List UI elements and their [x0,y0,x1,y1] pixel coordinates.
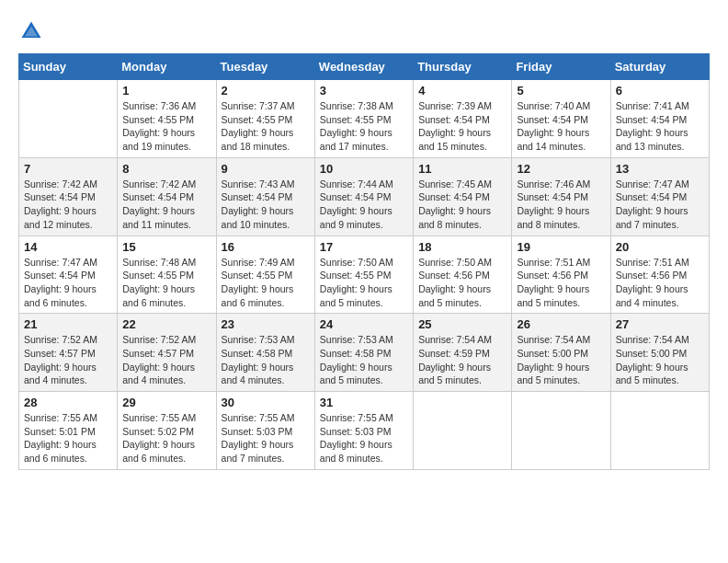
day-number: 17 [320,240,408,254]
day-info: Sunrise: 7:55 AM Sunset: 5:02 PM Dayligh… [122,411,210,465]
day-number: 16 [222,240,310,254]
day-info: Sunrise: 7:52 AM Sunset: 4:57 PM Dayligh… [122,333,210,387]
calendar-cell: 18Sunrise: 7:50 AM Sunset: 4:56 PM Dayli… [414,236,512,314]
day-number: 11 [418,162,506,176]
calendar-cell: 19Sunrise: 7:51 AM Sunset: 4:56 PM Dayli… [512,236,610,314]
day-info: Sunrise: 7:38 AM Sunset: 4:55 PM Dayligh… [320,99,408,154]
calendar-cell: 22Sunrise: 7:52 AM Sunset: 4:57 PM Dayli… [118,314,216,392]
calendar-cell: 30Sunrise: 7:55 AM Sunset: 5:03 PM Dayli… [216,392,314,470]
day-number: 25 [418,317,506,331]
day-number: 2 [222,84,310,98]
day-info: Sunrise: 7:40 AM Sunset: 4:54 PM Dayligh… [517,99,605,154]
day-number: 6 [616,84,704,98]
day-info: Sunrise: 7:50 AM Sunset: 4:55 PM Dayligh… [320,256,408,310]
day-of-week-header: Wednesday [314,54,413,80]
calendar-table: SundayMondayTuesdayWednesdayThursdayFrid… [18,53,710,470]
day-number: 15 [122,240,210,254]
day-of-week-header: Saturday [610,54,709,80]
calendar-cell: 24Sunrise: 7:53 AM Sunset: 4:58 PM Dayli… [314,314,413,392]
day-of-week-header: Friday [512,54,610,80]
day-of-week-header: Tuesday [216,54,314,80]
day-number: 21 [24,317,112,331]
day-info: Sunrise: 7:49 AM Sunset: 4:55 PM Dayligh… [222,256,310,310]
calendar-cell [414,392,512,470]
day-info: Sunrise: 7:54 AM Sunset: 4:59 PM Dayligh… [418,333,506,387]
calendar-cell: 27Sunrise: 7:54 AM Sunset: 5:00 PM Dayli… [610,314,709,392]
day-info: Sunrise: 7:55 AM Sunset: 5:03 PM Dayligh… [222,411,310,465]
day-info: Sunrise: 7:52 AM Sunset: 4:57 PM Dayligh… [24,333,112,387]
calendar-cell: 29Sunrise: 7:55 AM Sunset: 5:02 PM Dayli… [118,392,216,470]
day-info: Sunrise: 7:45 AM Sunset: 4:54 PM Dayligh… [418,178,506,232]
calendar-cell: 26Sunrise: 7:54 AM Sunset: 5:00 PM Dayli… [512,314,610,392]
day-info: Sunrise: 7:48 AM Sunset: 4:55 PM Dayligh… [122,256,210,310]
day-info: Sunrise: 7:51 AM Sunset: 4:56 PM Dayligh… [517,256,605,310]
day-info: Sunrise: 7:41 AM Sunset: 4:54 PM Dayligh… [616,99,704,154]
day-number: 12 [517,162,605,176]
page-header [18,18,710,44]
day-of-week-header: Sunday [19,54,118,80]
day-info: Sunrise: 7:37 AM Sunset: 4:55 PM Dayligh… [222,99,310,154]
calendar-cell: 8Sunrise: 7:42 AM Sunset: 4:54 PM Daylig… [118,157,216,236]
calendar-cell [19,80,118,158]
calendar-cell: 10Sunrise: 7:44 AM Sunset: 4:54 PM Dayli… [314,157,413,236]
calendar-cell: 5Sunrise: 7:40 AM Sunset: 4:54 PM Daylig… [512,80,610,158]
calendar-week-row: 14Sunrise: 7:47 AM Sunset: 4:54 PM Dayli… [19,236,710,314]
day-info: Sunrise: 7:39 AM Sunset: 4:54 PM Dayligh… [418,99,506,154]
day-number: 26 [517,317,605,331]
day-number: 3 [320,84,408,98]
day-info: Sunrise: 7:55 AM Sunset: 5:03 PM Dayligh… [320,411,408,465]
calendar-cell: 16Sunrise: 7:49 AM Sunset: 4:55 PM Dayli… [216,236,314,314]
day-number: 4 [418,84,506,98]
day-info: Sunrise: 7:42 AM Sunset: 4:54 PM Dayligh… [122,178,210,232]
day-number: 20 [616,240,704,254]
calendar-cell: 11Sunrise: 7:45 AM Sunset: 4:54 PM Dayli… [414,157,512,236]
calendar-week-row: 1Sunrise: 7:36 AM Sunset: 4:55 PM Daylig… [19,80,710,158]
calendar-cell: 6Sunrise: 7:41 AM Sunset: 4:54 PM Daylig… [610,80,709,158]
calendar-cell: 9Sunrise: 7:43 AM Sunset: 4:54 PM Daylig… [216,157,314,236]
day-number: 10 [320,162,408,176]
day-info: Sunrise: 7:50 AM Sunset: 4:56 PM Dayligh… [418,256,506,310]
calendar-week-row: 21Sunrise: 7:52 AM Sunset: 4:57 PM Dayli… [19,314,710,392]
calendar-week-row: 7Sunrise: 7:42 AM Sunset: 4:54 PM Daylig… [19,157,710,236]
day-info: Sunrise: 7:44 AM Sunset: 4:54 PM Dayligh… [320,178,408,232]
day-of-week-header: Thursday [414,54,512,80]
day-number: 29 [122,396,210,409]
calendar-cell [512,392,610,470]
day-number: 1 [122,84,210,98]
calendar-cell [610,392,709,470]
day-info: Sunrise: 7:47 AM Sunset: 4:54 PM Dayligh… [616,178,704,232]
calendar-header-row: SundayMondayTuesdayWednesdayThursdayFrid… [19,54,710,80]
day-info: Sunrise: 7:51 AM Sunset: 4:56 PM Dayligh… [616,256,704,310]
day-number: 31 [320,396,408,409]
day-number: 9 [222,162,310,176]
day-number: 13 [616,162,704,176]
calendar-cell: 3Sunrise: 7:38 AM Sunset: 4:55 PM Daylig… [314,80,413,158]
calendar-cell: 12Sunrise: 7:46 AM Sunset: 4:54 PM Dayli… [512,157,610,236]
calendar-week-row: 28Sunrise: 7:55 AM Sunset: 5:01 PM Dayli… [19,392,710,470]
generalblue-logo-icon [18,18,44,44]
calendar-cell: 13Sunrise: 7:47 AM Sunset: 4:54 PM Dayli… [610,157,709,236]
day-info: Sunrise: 7:54 AM Sunset: 5:00 PM Dayligh… [517,333,605,387]
calendar-cell: 25Sunrise: 7:54 AM Sunset: 4:59 PM Dayli… [414,314,512,392]
day-number: 18 [418,240,506,254]
calendar-cell: 15Sunrise: 7:48 AM Sunset: 4:55 PM Dayli… [118,236,216,314]
day-info: Sunrise: 7:42 AM Sunset: 4:54 PM Dayligh… [24,178,112,232]
day-info: Sunrise: 7:54 AM Sunset: 5:00 PM Dayligh… [616,333,704,387]
calendar-cell: 20Sunrise: 7:51 AM Sunset: 4:56 PM Dayli… [610,236,709,314]
logo [18,18,48,44]
day-number: 5 [517,84,605,98]
day-info: Sunrise: 7:53 AM Sunset: 4:58 PM Dayligh… [320,333,408,387]
day-info: Sunrise: 7:55 AM Sunset: 5:01 PM Dayligh… [24,411,112,465]
calendar-cell: 14Sunrise: 7:47 AM Sunset: 4:54 PM Dayli… [19,236,118,314]
calendar-cell: 31Sunrise: 7:55 AM Sunset: 5:03 PM Dayli… [314,392,413,470]
day-info: Sunrise: 7:36 AM Sunset: 4:55 PM Dayligh… [122,99,210,154]
day-number: 24 [320,317,408,331]
calendar-cell: 28Sunrise: 7:55 AM Sunset: 5:01 PM Dayli… [19,392,118,470]
calendar-cell: 23Sunrise: 7:53 AM Sunset: 4:58 PM Dayli… [216,314,314,392]
day-number: 23 [222,317,310,331]
calendar-cell: 21Sunrise: 7:52 AM Sunset: 4:57 PM Dayli… [19,314,118,392]
calendar-cell: 4Sunrise: 7:39 AM Sunset: 4:54 PM Daylig… [414,80,512,158]
day-info: Sunrise: 7:46 AM Sunset: 4:54 PM Dayligh… [517,178,605,232]
day-number: 30 [222,396,310,409]
day-number: 28 [24,396,112,409]
